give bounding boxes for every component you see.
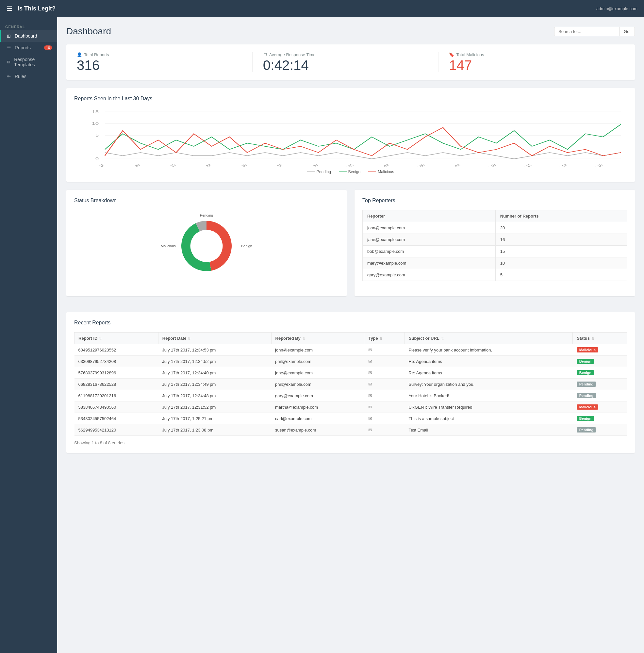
report-reporter: john@example.com: [271, 344, 364, 356]
table-row: 6049512976023552 July 17th 2017, 12:34:5…: [74, 344, 627, 356]
reports-col-header: Status ⇅: [573, 333, 627, 344]
top-nav: ☰ Is This Legit? admin@example.com: [0, 0, 644, 17]
stats-row: 👤 Total Reports 316 ⏱ Average Response T…: [66, 44, 635, 80]
status-breakdown-title: Status Breakdown: [74, 198, 339, 203]
search-input[interactable]: [554, 27, 620, 36]
sidebar-item-dashboard[interactable]: ⊞ Dashboard: [0, 30, 57, 42]
showing-text: Showing 1 to 8 of 8 entries: [74, 440, 627, 445]
x-axis-label: 2017-07-12: [511, 163, 532, 167]
report-id: 5629499534213120: [74, 424, 159, 436]
report-subject: URGENT: Wire Transfer Required: [405, 402, 572, 413]
page-title: Dashboard: [66, 26, 111, 37]
x-axis-label: 2017-07-08: [440, 163, 461, 167]
reports-col-header: Report Date ⇅: [158, 333, 271, 344]
malicious-icon: 🔖: [449, 52, 454, 57]
top-reporters-title: Top Reporters: [362, 198, 627, 203]
chart-title: Reports Seen in the Last 30 Days: [74, 96, 627, 102]
report-id: 5838406743490560: [74, 402, 159, 413]
reporters-col-count: Number of Reports: [495, 210, 627, 222]
reporter-email: jane@example.com: [363, 234, 496, 246]
report-id: 6682831673622528: [74, 379, 159, 390]
legend-malicious: Malicious: [368, 170, 394, 174]
reporter-email: gary@example.com: [363, 269, 496, 281]
report-subject: Re: Agenda items: [405, 367, 572, 379]
report-date: July 17th 2017, 12:31:52 pm: [158, 402, 271, 413]
report-date: July 17th 2017, 12:34:48 pm: [158, 390, 271, 402]
x-axis-label: 2017-07-10: [475, 163, 497, 167]
reporter-count: 15: [495, 246, 627, 258]
legend-benign: Benign: [339, 170, 360, 174]
status-badge: Malicious: [577, 405, 598, 410]
table-row: 6682831673622528 July 17th 2017, 12:34:4…: [74, 379, 627, 390]
email-icon: ✉: [368, 382, 372, 387]
reporter-email: john@example.com: [363, 222, 496, 234]
legend-benign-label: Benign: [348, 170, 360, 174]
x-axis-label: 2017-06-22: [155, 163, 177, 167]
email-icon: ✉: [368, 359, 372, 364]
x-axis-label: 2017-07-02: [333, 163, 355, 167]
reports-badge: 16: [44, 45, 52, 50]
report-reporter: phil@example.com: [271, 356, 364, 367]
sidebar-item-response-templates[interactable]: ✉ Response Templates: [0, 54, 57, 71]
report-reporter: gary@example.com: [271, 390, 364, 402]
logo-title: Is This Legit?: [18, 5, 55, 12]
reporter-count: 16: [495, 234, 627, 246]
recent-reports-card: Recent Reports Report ID ⇅Report Date ⇅R…: [66, 312, 635, 453]
donut-label-pending: Pending: [200, 213, 213, 217]
report-status: Benign: [573, 356, 627, 367]
report-subject: Re: Agenda items: [405, 356, 572, 367]
report-reporter: phil@example.com: [271, 379, 364, 390]
email-icon: ✉: [368, 370, 372, 375]
status-badge: Benign: [577, 359, 594, 364]
report-reporter: susan@example.com: [271, 424, 364, 436]
report-subject: Please verify your bank account informat…: [405, 344, 572, 356]
stat-malicious-value: 147: [449, 58, 624, 72]
email-icon: ✉: [368, 427, 372, 433]
report-reporter: carl@example.com: [271, 413, 364, 424]
report-id: 5768037999312896: [74, 367, 159, 379]
status-badge: Pending: [577, 427, 596, 433]
table-row: 5348024557502464 July 17th 2017, 1:25:21…: [74, 413, 627, 424]
app-body: GENERAL ⊞ Dashboard ☰ Reports 16 ✉ Respo…: [0, 17, 644, 653]
reports-icon: ☰: [6, 45, 11, 50]
report-id: 6119881720201216: [74, 390, 159, 402]
recent-reports-title: Recent Reports: [74, 320, 627, 326]
main-content: Dashboard Go! 👤 Total Reports 316 ⏱ Aver…: [57, 17, 644, 653]
sidebar-item-rules[interactable]: ✏ Rules: [0, 71, 57, 82]
report-date: July 17th 2017, 1:23:08 pm: [158, 424, 271, 436]
sidebar-item-reports[interactable]: ☰ Reports 16: [0, 42, 57, 54]
x-axis-label: 2017-06-24: [191, 163, 212, 167]
reporter-row: mary@example.com10: [363, 258, 627, 269]
report-type: ✉: [364, 356, 405, 367]
two-col-section: Status Breakdown Pending Benign Maliciou…: [66, 190, 635, 304]
report-reporter: jane@example.com: [271, 367, 364, 379]
stat-malicious-label: 🔖 Total Malicious: [449, 52, 624, 57]
status-breakdown-card: Status Breakdown Pending Benign Maliciou…: [66, 190, 347, 296]
reporter-email: mary@example.com: [363, 258, 496, 269]
stat-total-reports-value: 316: [77, 58, 252, 72]
email-icon: ✉: [368, 347, 372, 353]
report-type: ✉: [364, 379, 405, 390]
reporter-count: 10: [495, 258, 627, 269]
reporter-row: bob@example.com15: [363, 246, 627, 258]
table-row: 5629499534213120 July 17th 2017, 1:23:08…: [74, 424, 627, 436]
stat-avg-response: ⏱ Average Response Time 0:42:14: [252, 52, 438, 72]
report-id: 6049512976023552: [74, 344, 159, 356]
page-header: Dashboard Go!: [66, 26, 635, 37]
stat-total-reports: 👤 Total Reports 316: [77, 52, 252, 72]
report-type: ✉: [364, 390, 405, 402]
email-icon: ✉: [368, 416, 372, 421]
chart-card: Reports Seen in the Last 30 Days 15 10 5…: [66, 88, 635, 182]
report-type: ✉: [364, 413, 405, 424]
table-row: 6119881720201216 July 17th 2017, 12:34:4…: [74, 390, 627, 402]
x-axis-label: 2017-07-14: [547, 163, 568, 167]
legend-malicious-label: Malicious: [378, 170, 394, 174]
stat-total-malicious: 🔖 Total Malicious 147: [438, 52, 624, 72]
report-date: July 17th 2017, 12:34:40 pm: [158, 367, 271, 379]
email-icon: ✉: [368, 393, 372, 398]
table-row: 6330987952734208 July 17th 2017, 12:34:5…: [74, 356, 627, 367]
reporter-email: bob@example.com: [363, 246, 496, 258]
search-button[interactable]: Go!: [620, 27, 635, 36]
reporter-row: gary@example.com5: [363, 269, 627, 281]
hamburger-icon[interactable]: ☰: [6, 5, 13, 13]
